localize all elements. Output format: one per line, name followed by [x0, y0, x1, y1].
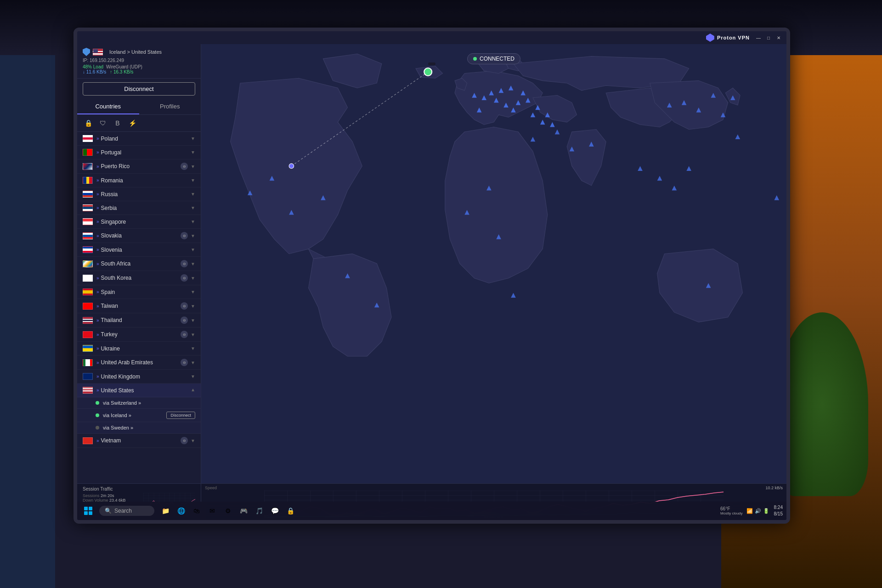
filter-secure-icon[interactable]: 🔒	[83, 118, 94, 129]
country-item-poland[interactable]: » Poland ▼	[77, 132, 201, 146]
connection-speeds: ↓ 11.6 KB/s ↑ 16.3 KB/s	[83, 69, 195, 74]
flag-thailand	[83, 317, 93, 324]
country-item-romania[interactable]: » Romania ▼	[77, 174, 201, 187]
flag-uk	[83, 373, 93, 380]
start-button[interactable]	[81, 503, 96, 518]
badge-icon: ⊖	[181, 359, 188, 366]
server-item-switzerland[interactable]: via Switzerland »	[77, 397, 201, 409]
country-item-singapore[interactable]: » Singapore ▼	[77, 215, 201, 229]
tab-countries[interactable]: Countries	[77, 99, 139, 114]
connection-protocol: WireGuard (UDP)	[106, 64, 142, 69]
country-item-taiwan[interactable]: » Taiwan ⊖ ▼	[77, 299, 201, 313]
country-item-russia[interactable]: » Russia ▼	[77, 187, 201, 201]
world-map	[201, 44, 786, 361]
maximize-button[interactable]: □	[764, 34, 773, 42]
taskbar-settings-icon[interactable]: ⚙	[220, 503, 235, 518]
country-item-uk[interactable]: » United Kingdom ▼	[77, 370, 201, 384]
country-item-turkey[interactable]: » Turkey ⊖ ▼	[77, 328, 201, 342]
clock-time: 8:24	[774, 504, 783, 511]
flag-serbia	[83, 204, 93, 211]
window-controls: — □ ✕	[754, 34, 783, 42]
chevron-icon: ▼	[191, 346, 195, 351]
taskbar-teams-icon[interactable]: 💬	[267, 503, 282, 518]
chevron-icon: ▼	[191, 276, 195, 281]
brand-name: Proton VPN	[717, 35, 750, 40]
filter-shield-icon[interactable]: 🛡	[97, 118, 108, 129]
chevron-icon: ▼	[191, 150, 195, 155]
chevron-icon: ▼	[191, 164, 195, 169]
disconnect-button[interactable]: Disconnect	[83, 82, 195, 96]
chevron-icon: ▼	[191, 304, 195, 309]
flag-spain	[83, 288, 93, 295]
taskbar-start	[81, 503, 96, 518]
country-item-south-africa[interactable]: » South Africa ⊖ ▼	[77, 257, 201, 271]
chevron-icon: ▼	[191, 192, 195, 197]
connected-status-dot	[473, 57, 477, 61]
server-item-iceland[interactable]: via Iceland » Disconnect	[77, 409, 201, 422]
flag-russia	[83, 191, 93, 198]
weather-temp: 66°F	[720, 506, 742, 511]
chevron-icon: ▼	[191, 247, 195, 252]
country-item-ukraine[interactable]: » Ukraine ▼	[77, 342, 201, 356]
connected-badge: CONNECTED	[467, 53, 520, 64]
filter-speed-icon[interactable]: ⚡	[127, 118, 138, 129]
country-item-spain[interactable]: » Spain ▼	[77, 285, 201, 299]
connection-flag	[93, 49, 103, 56]
svg-point-3	[424, 68, 432, 76]
battery-icon[interactable]: 🔋	[763, 508, 769, 514]
flag-portugal	[83, 149, 93, 156]
country-item-puerto-rico[interactable]: » Puerto Rico ⊖ ▼	[77, 159, 201, 174]
country-item-south-korea[interactable]: » South Korea ⊖ ▼	[77, 271, 201, 285]
flag-romania	[83, 177, 93, 184]
badge-icon: ⊖	[181, 302, 188, 310]
chevron-up-icon: ▼	[191, 388, 195, 393]
flag-ukraine	[83, 345, 93, 352]
taskbar-music-icon[interactable]: 🎵	[252, 503, 266, 518]
flag-vietnam	[83, 437, 93, 444]
connection-load: 48% Load	[83, 64, 103, 69]
flag-taiwan	[83, 303, 93, 310]
server-disconnect-button[interactable]: Disconnect	[166, 412, 195, 419]
close-button[interactable]: ✕	[775, 34, 783, 42]
taskbar-store-icon[interactable]: 🛍	[189, 503, 204, 518]
shield-icon	[83, 48, 90, 56]
minimize-button[interactable]: —	[754, 34, 763, 42]
tab-profiles[interactable]: Profiles	[139, 99, 201, 114]
country-item-thailand[interactable]: » Thailand ⊖ ▼	[77, 313, 201, 328]
taskbar-games-icon[interactable]: 🎮	[236, 503, 251, 518]
country-item-serbia[interactable]: » Serbia ▼	[77, 201, 201, 215]
country-item-slovenia[interactable]: » Slovenia ▼	[77, 243, 201, 257]
flag-slovenia	[83, 246, 93, 253]
vpn-app-window: Proton VPN — □ ✕ Iceland > United States	[77, 31, 786, 520]
taskbar-mail-icon[interactable]: ✉	[205, 503, 220, 518]
taskbar-search[interactable]: 🔍 Search	[99, 506, 154, 516]
sidebar-tabs: Countries Profiles	[77, 99, 201, 115]
taskbar-edge-icon[interactable]: 🌐	[174, 503, 188, 518]
weather-desc: Mostly cloudy	[720, 511, 742, 515]
country-item-uae[interactable]: » United Arab Emirates ⊖ ▼	[77, 356, 201, 370]
sys-icons: 📶 🔊 🔋	[746, 508, 769, 514]
chevron-icon: ▼	[191, 261, 195, 266]
server-item-sweden[interactable]: via Sweden »	[77, 422, 201, 434]
filter-b-icon[interactable]: B	[112, 118, 123, 129]
country-item-portugal[interactable]: » Portugal ▼	[77, 146, 201, 159]
taskbar-files-icon[interactable]: 📁	[158, 503, 173, 518]
network-icon[interactable]: 📶	[746, 508, 753, 514]
volume-icon[interactable]: 🔊	[755, 508, 761, 514]
country-item-vietnam[interactable]: » Vietnam ⊖ ▼	[77, 434, 201, 448]
weather-widget[interactable]: 66°F Mostly cloudy	[720, 506, 742, 515]
plant-decoration	[776, 312, 868, 496]
download-speed: ↓ 11.6 KB/s	[83, 69, 106, 74]
title-bar: Proton VPN — □ ✕	[77, 31, 786, 44]
taskbar-vpn-icon[interactable]: 🔒	[283, 503, 298, 518]
search-input: Search	[114, 508, 132, 514]
connected-label: CONNECTED	[480, 56, 514, 62]
chevron-icon: ▼	[191, 438, 195, 443]
country-item-us[interactable]: » United States ▼	[77, 384, 201, 397]
system-clock[interactable]: 8:24 8/15	[774, 504, 783, 517]
country-list[interactable]: » Poland ▼ » Portugal ▼ »	[77, 132, 201, 483]
session-traffic-label: Session Traffic	[83, 486, 138, 492]
badge-icon: ⊖	[181, 163, 188, 170]
country-item-slovakia[interactable]: » Slovakia ⊖ ▼	[77, 229, 201, 243]
upload-speed: ↑ 16.3 KB/s	[110, 69, 133, 74]
